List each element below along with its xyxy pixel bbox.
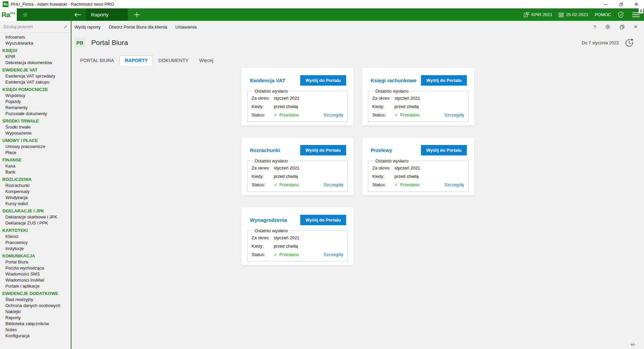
menu-item[interactable]: Wyślij raporty [74,24,101,30]
sidebar-item[interactable]: Infoserwis [0,34,71,40]
send-to-portal-button[interactable]: Wyślij do Portalu [421,145,467,155]
sidebar-item[interactable]: Instytucje [0,246,71,252]
sidebar-item[interactable]: Raporty [0,315,71,321]
sidebar-item[interactable]: Deklaracje skarbowe i JPK [0,214,71,220]
send-to-portal-button[interactable]: Wyślij do Portalu [300,215,346,225]
tab-dokumenty[interactable]: DOKUMENTY [153,55,194,66]
report-card: Przelewy Wyślij do Portalu Ostatnio wysł… [362,138,474,195]
tab-raporty[interactable]: RAPORTY [119,55,153,66]
sidebar-item[interactable]: Windykacja [0,195,71,201]
back-arrow-icon[interactable] [74,11,82,18]
sidebar-item[interactable]: Kasa [0,163,71,169]
sidebar-section-header: UMOWY I PŁACE [0,136,71,144]
sidebar-item[interactable]: Ewidencja VAT zakupu [0,79,71,85]
sidebar-section-header: EWIDENCJE DODATKOWE [0,289,71,297]
details-link[interactable]: Szczegóły [324,111,343,119]
sidebar-item[interactable]: Deklaracje ZUS i PPK [0,220,71,226]
sidebar-item[interactable]: Konfiguracja [0,333,71,339]
help-menu[interactable]: POMOC [595,12,611,17]
sidebar-section-header: ROZLICZENIA [0,175,71,183]
sidebar-item[interactable]: Wspólnicy [0,93,71,99]
details-link[interactable]: Szczegóły [324,181,343,189]
help-icon[interactable]: ? [593,24,596,30]
sidebar-item[interactable]: Klienci [0,234,71,240]
sidebar-item[interactable]: Kursy walut [0,201,71,207]
sidebar-item[interactable]: Pracownicy [0,240,71,246]
tab-portal-biura[interactable]: PORTAL BIURA [75,55,119,66]
last-sent-group: Ostatnio wysłano Za okres: styczeń 2021 … [247,158,348,192]
sidebar-item[interactable]: Pozostałe dokumenty [0,111,71,117]
toolbar-quick-segment: ☆ [17,8,86,21]
sidebar-item[interactable]: Portal Biura [0,259,71,265]
close-view-icon[interactable]: ✕ [634,24,638,30]
sidebar-item[interactable]: Remanenty [0,105,71,111]
sidebar-item[interactable]: Płace [0,150,71,156]
zoom-indicator[interactable]: +/- [631,342,635,347]
sidebar-item[interactable]: Wiadomości SMS [0,271,71,277]
send-to-portal-button[interactable]: Wyślij do Portalu [300,145,346,155]
sidebar-item[interactable]: Notes [0,327,71,333]
send-to-portal-button[interactable]: Wyślij do Portalu [300,75,346,86]
sidebar-item[interactable]: Biblioteka załączników [0,321,71,327]
content-area: Wyślij raportyOtwórz Portal Biura dla kl… [71,21,644,349]
when-row: Kiedy: przed chwilą [372,102,464,111]
minimize-button[interactable] [598,0,613,8]
toolbar-active-tab-raporty[interactable]: Raporty [86,8,128,21]
sidebar-item[interactable]: Wiadomości InsMail [0,277,71,283]
last-sent-label: Ostatnio wysłano [253,158,289,163]
command-search[interactable]: Szukaj poleceń [0,21,71,33]
sidebar-item[interactable]: Portale i aplikacje [0,283,71,289]
sidebar-section-header: DEKLARACJE I JPK [0,207,71,214]
sidebar-item[interactable]: KPiR [0,54,71,60]
status-value: Przesłano [400,111,420,119]
app-logo[interactable]: RaPRO [0,8,17,21]
sidebar-item[interactable]: Bank [0,169,71,175]
menu-item[interactable]: Otwórz Portal Biura dla klienta [109,24,167,30]
menubar-items: Wyślij raportyOtwórz Portal Biura dla kl… [74,24,197,30]
sidebar-item[interactable]: Środki trwałe [0,124,71,130]
status-value: Przesłano [279,111,299,119]
module-sidebar: Szukaj poleceń InfoserwisWyszukiwarkaKSI… [0,21,71,349]
details-link[interactable]: Szczegóły [444,181,464,189]
sidebar-item[interactable]: Umowy pracownicze [0,144,71,150]
when-row: Kiedy: przed chwilą [252,102,343,111]
sidebar-section-header: KARTOTEKI [0,226,71,234]
period-row: Za okres: styczeń 2021 [372,94,464,102]
sidebar-item[interactable]: Poczta wychodząca [0,265,71,271]
when-row: Kiedy: przed chwilą [252,242,343,250]
favorites-star-icon[interactable]: ☆ [22,12,28,18]
send-to-portal-button[interactable]: Wyślij do Portalu [421,75,467,86]
status-row: Status: ✓ Przesłano Szczegóły [372,181,464,189]
card-header: Wynagrodzenia Wyślij do Portalu [247,215,348,225]
sidebar-item[interactable]: Pojazdy [0,99,71,105]
ledger-selector[interactable]: 1 KPiR 2021 [524,12,552,17]
sidebar-item[interactable]: Wyszukiwarka [0,40,71,46]
sidebar-item[interactable]: Kompensaty [0,189,71,195]
date-selector[interactable]: 25-02-2021 [558,12,588,17]
period-row: Za okres: styczeń 2021 [252,164,343,172]
status-row: Status: ✓ Przesłano Szczegóły [372,111,464,119]
shield-check-icon[interactable] [618,11,624,18]
details-link[interactable]: Szczegóły [324,250,343,259]
last-sent-label: Ostatnio wysłano [253,89,289,94]
sidebar-item[interactable]: Dekretacja dokumentów [0,60,71,66]
sidebar-item[interactable]: Ochrona danych osobowych [0,303,71,309]
close-window-button[interactable]: ✕ [629,0,644,8]
notifications-menu[interactable]: 1 [632,12,640,18]
window-controls: ✕ [598,0,644,8]
undock-view-icon[interactable] [620,24,625,30]
tab-więcej[interactable]: Więcej [194,55,219,66]
new-tab-button[interactable] [128,8,140,21]
menu-item[interactable]: Ustawienia [175,24,197,30]
sidebar-item[interactable]: Rozrachunki [0,183,71,189]
history-refresh-icon[interactable] [624,37,635,48]
sidebar-item[interactable]: Wyposażenie [0,130,71,136]
pin-icon[interactable] [63,24,67,29]
details-link[interactable]: Szczegóły [444,111,464,119]
sidebar-item[interactable]: Naklejki [0,309,71,315]
restore-button[interactable] [613,0,629,8]
settings-gear-icon[interactable] [605,24,610,30]
sidebar-item[interactable]: Ślad rewizyjny [0,297,71,303]
check-icon: ✓ [394,111,398,119]
sidebar-item[interactable]: Ewidencja VAT sprzedaży [0,73,71,79]
